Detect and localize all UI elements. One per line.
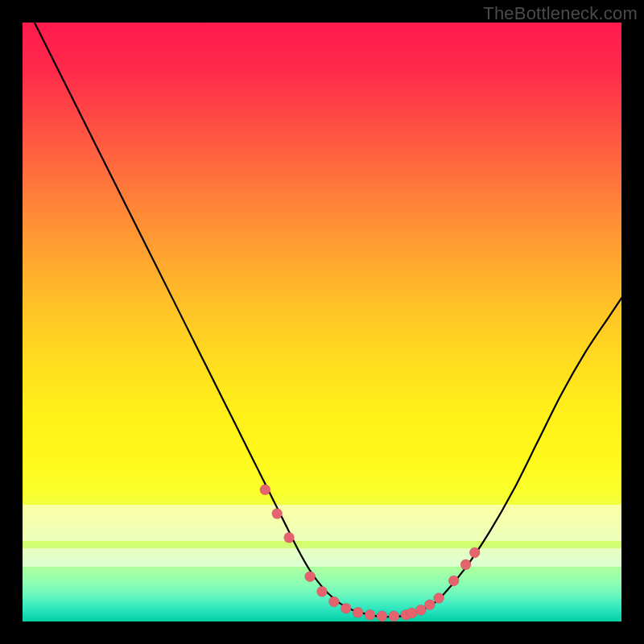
curve-layer — [23, 23, 621, 621]
marker-dots — [260, 485, 480, 621]
watermark-text: TheBottleneck.com — [483, 3, 638, 24]
marker-dot — [434, 592, 444, 603]
marker-dot — [415, 605, 426, 615]
marker-dot — [305, 572, 316, 582]
marker-dot — [284, 532, 295, 543]
marker-dot — [460, 559, 471, 570]
marker-dot — [448, 576, 459, 586]
marker-dot — [272, 509, 283, 519]
bottleneck-curve — [35, 23, 621, 617]
chart-frame: TheBottleneck.com — [0, 0, 644, 644]
marker-dot — [317, 586, 328, 597]
marker-dot — [469, 547, 480, 558]
marker-dot — [353, 607, 363, 617]
marker-dot — [328, 597, 339, 607]
marker-dot — [424, 600, 435, 610]
plot-area — [23, 23, 621, 621]
marker-dot — [260, 485, 270, 495]
marker-dot — [389, 611, 399, 621]
marker-dot — [377, 611, 387, 621]
marker-dot — [365, 609, 375, 620]
marker-dot — [341, 603, 351, 613]
